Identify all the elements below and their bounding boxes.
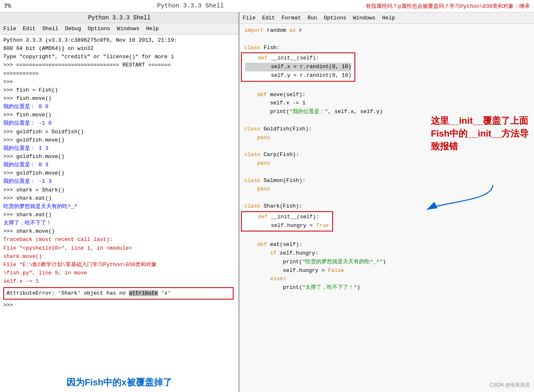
left-menubar: File Edit Shell Debug Options Windows He… <box>0 23 239 35</box>
shell-line: Python 3.3.3 (v3.3.3:c3896275c0f6, Nov 1… <box>3 36 235 45</box>
shell-line: >>> fish.move() <box>3 111 235 119</box>
shell-line: >>> shark.eat() <box>3 211 235 219</box>
traceback-line: File "<pyshell#10>", line 1, in <module> <box>3 244 235 253</box>
code-line: print("吃货的梦想就是天天有的吃^_^") <box>244 258 529 267</box>
shell-line: Type "copyright", "credits" or "license(… <box>3 53 235 61</box>
code-line: if self.hungry: <box>244 249 529 258</box>
shell-line: >>> goldfish.move() <box>3 169 235 177</box>
right-annotation: 这里__init__覆盖了上面Fish中的__init__方法导致报错 <box>431 115 530 153</box>
traceback-line: shark.move() <box>3 253 235 261</box>
right-menubar: File Edit Format Run Options Windows Hel… <box>239 12 534 24</box>
right-menu-windows[interactable]: Windows <box>353 15 376 21</box>
shell-line: >>> <box>3 301 235 309</box>
shell-line: >>> fish.move() <box>3 94 235 103</box>
code-line: def eat(self): <box>244 241 529 249</box>
top-right-annotation: 有指属性吗？p属性也会被覆盖吗？学习Python\038类和对象：继承 <box>366 2 530 10</box>
top-annotation-bar: 7% Python 3.3.3 Shell 有指属性吗？p属性也会被覆盖吗？学习… <box>0 0 534 12</box>
shell-output: 我的位置是： 1 3 <box>3 144 235 153</box>
shell-line: >>> shark.move() <box>3 227 235 236</box>
highlight-attribute: attribute <box>129 290 158 296</box>
shell-output: 我的位置是： 0 3 <box>3 161 235 169</box>
shell-output: 我的位置是： -1 3 <box>3 177 235 186</box>
right-menu-file[interactable]: File <box>243 15 255 21</box>
shell-line: >>> <box>3 78 235 86</box>
shell-line: =========== <box>3 70 235 78</box>
left-menu-debug[interactable]: Debug <box>65 26 81 32</box>
fish-init-box: def __init__(self): self.x = r.randint(0… <box>241 52 355 81</box>
code-line: class Shark(Fish): <box>244 202 529 211</box>
traceback-line: File "E:\鱼C教学计划\零基础入门学习Python\038类和对象 <box>3 261 235 269</box>
shell-line: >>> shark = Shark() <box>3 186 235 194</box>
csdn-text: CSDN @情系淮思 <box>489 382 530 388</box>
code-line: self.x -= 1 <box>244 99 529 108</box>
top-title: Python 3.3.3 Shell <box>15 2 366 9</box>
shell-line: >>> shark.eat() <box>3 194 235 203</box>
left-menu-help[interactable]: Help <box>146 26 159 32</box>
code-line: def __init__(self): <box>245 54 351 63</box>
code-line: self.hungry = False <box>244 267 529 275</box>
shark-init-box: def __init__(self): self.hungry = True <box>241 211 333 232</box>
code-line: print("太撑了，吃不下了！") <box>244 283 529 292</box>
csdn-label: CSDN @情系淮思 <box>489 382 530 389</box>
left-titlebar: Python 3.3.3 Shell <box>0 12 239 23</box>
annotation-text: 这里__init__覆盖了上面Fish中的__init__方法导致报错 <box>431 116 529 151</box>
code-line <box>244 168 529 177</box>
left-content: Python 3.3.3 (v3.3.3:c3896275c0f6, Nov 1… <box>0 35 239 373</box>
shell-output: 我的位置是： 0 0 <box>3 103 235 111</box>
code-line: pass <box>244 185 529 194</box>
code-line: class Salmon(Fish): <box>244 177 529 185</box>
left-menu-options[interactable]: Options <box>87 26 110 32</box>
code-line: import random as r <box>244 26 529 35</box>
right-editor-panel: File Edit Format Run Options Windows Hel… <box>239 12 534 392</box>
code-line: pass <box>244 159 529 168</box>
code-line: def __init__(self): <box>245 213 329 222</box>
code-line <box>244 232 529 241</box>
shell-line: >>> goldfish = Goldfish() <box>3 128 235 136</box>
right-content: import random as r class Fish: def __ini… <box>239 24 534 392</box>
code-line <box>244 194 529 202</box>
left-menu-edit[interactable]: Edit <box>23 26 35 32</box>
code-line: else: <box>244 275 529 283</box>
bottom-annotation-left: 因为Fish中的x被覆盖掉了 <box>0 373 239 392</box>
shell-line: >>> ================================ RES… <box>3 61 235 69</box>
shell-line: 600 64 bit (AMD64)] on win32 <box>3 45 235 53</box>
code-line: def move(self): <box>244 91 529 99</box>
code-line: class Fish: <box>244 44 529 52</box>
error-text: AttributeError: 'Shark' object has no at… <box>7 290 171 296</box>
code-line: self.hungry = True <box>245 222 329 230</box>
code-line: self.y = r.randint(0, 10) <box>245 71 351 80</box>
code-line-highlight: self.x = r.randint(0, 10) <box>245 63 351 71</box>
right-menu-format[interactable]: Format <box>281 15 301 21</box>
error-box: AttributeError: 'Shark' object has no at… <box>3 287 234 300</box>
shell-output: 我的位置是： -1 0 <box>3 119 235 128</box>
shell-output: 太撑了，吃不下了！ <box>3 219 235 227</box>
left-menu-file[interactable]: File <box>3 26 16 32</box>
right-menu-help[interactable]: Help <box>382 15 395 21</box>
right-menu-edit[interactable]: Edit <box>262 15 275 21</box>
code-line <box>244 35 529 44</box>
left-menu-windows[interactable]: Windows <box>117 26 139 32</box>
main-container: Python 3.3.3 Shell File Edit Shell Debug… <box>0 12 534 392</box>
traceback-line: Traceback (most recent call last): <box>3 236 235 244</box>
top-left-num: 7% <box>4 3 11 9</box>
shell-line: >>> goldfish.move() <box>3 153 235 161</box>
shell-output: 吃货的梦想就是天天有的吃^_^ <box>3 203 235 211</box>
shell-line: >>> fish = Fish() <box>3 86 235 94</box>
shell-line: >>> goldfish.move() <box>3 136 235 144</box>
right-menu-run[interactable]: Run <box>307 15 317 21</box>
left-shell-panel: Python 3.3.3 Shell File Edit Shell Debug… <box>0 12 239 392</box>
code-line <box>244 82 529 91</box>
traceback-line: \fish.py", line 9, in move <box>3 269 235 277</box>
right-menu-options[interactable]: Options <box>324 15 347 21</box>
left-title-text: Python 3.3.3 Shell <box>88 14 150 21</box>
traceback-line: self.x -= 1 <box>3 277 235 286</box>
left-menu-shell[interactable]: Shell <box>42 26 58 32</box>
bottom-annotation-text: 因为Fish中的x被覆盖掉了 <box>66 377 172 387</box>
